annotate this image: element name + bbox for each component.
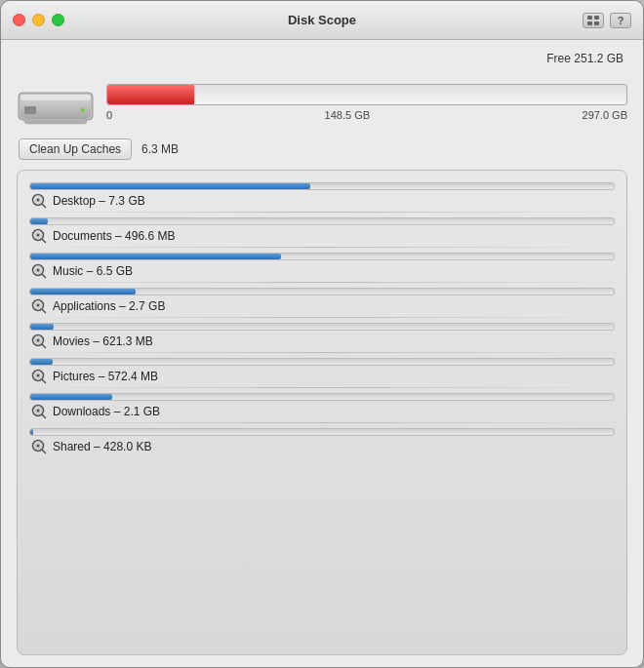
folder-search-icon (31, 228, 47, 244)
svg-point-41 (37, 445, 40, 448)
svg-rect-6 (20, 95, 91, 100)
svg-rect-9 (24, 118, 87, 124)
svg-point-29 (37, 339, 40, 342)
mac-mini-icon (17, 75, 95, 129)
item-label: Documents – 496.6 MB (53, 229, 175, 243)
item-label: Downloads – 2.1 GB (53, 405, 160, 418)
item-mini-fill (30, 359, 53, 365)
svg-point-17 (37, 234, 40, 237)
item-bar-row (29, 393, 615, 401)
label-mid: 148.5 GB (325, 109, 370, 121)
svg-point-37 (37, 410, 40, 413)
help-button[interactable]: ? (610, 13, 631, 28)
disk-progress-bar (106, 84, 627, 105)
item-bar-row (29, 253, 615, 260)
item-label: Applications – 2.7 GB (53, 299, 165, 313)
minimize-button[interactable] (32, 14, 45, 26)
item-mini-fill (30, 289, 136, 295)
titlebar-right-controls: ? (583, 13, 631, 28)
folder-search-icon (31, 439, 47, 454)
free-space-label: Free 251.2 GB (17, 52, 627, 65)
item-mini-fill (30, 183, 310, 189)
cleanup-caches-button[interactable]: Clean Up Caches (19, 138, 132, 160)
list-item[interactable]: Documents – 496.6 MB (29, 214, 615, 246)
item-mini-bar (29, 217, 615, 225)
maximize-button[interactable] (52, 14, 64, 26)
item-label: Shared – 428.0 KB (53, 440, 151, 453)
disk-row: 0 148.5 GB 297.0 GB (17, 75, 627, 129)
svg-point-8 (81, 108, 85, 112)
list-divider (29, 212, 615, 213)
list-item[interactable]: Music – 6.5 GB (29, 249, 615, 281)
svg-line-28 (42, 344, 46, 348)
folder-search-icon (31, 298, 47, 314)
main-window: Disk Scope ? Free 251.2 GB (0, 0, 644, 668)
item-label-row: Applications – 2.7 GB (29, 298, 615, 314)
item-mini-fill (30, 218, 48, 224)
list-divider (29, 352, 615, 353)
svg-line-24 (42, 309, 46, 313)
list-panel: Desktop – 7.3 GB Documents – 496.6 MB Mu… (17, 170, 627, 655)
list-item[interactable]: Applications – 2.7 GB (29, 284, 615, 316)
item-label-row: Music – 6.5 GB (29, 263, 615, 279)
list-item[interactable]: Shared – 428.0 KB (29, 424, 615, 456)
item-mini-fill (30, 324, 54, 330)
item-mini-bar (29, 358, 615, 366)
list-divider (29, 387, 615, 388)
item-mini-bar (29, 253, 615, 260)
cleanup-row: Clean Up Caches 6.3 MB (17, 138, 627, 160)
item-label-row: Downloads – 2.1 GB (29, 404, 615, 419)
traffic-lights (13, 14, 64, 26)
svg-line-16 (42, 239, 46, 243)
list-divider (29, 317, 615, 318)
item-label: Pictures – 572.4 MB (53, 370, 158, 383)
item-bar-row (29, 428, 615, 436)
list-divider (29, 282, 615, 283)
item-label: Music – 6.5 GB (53, 264, 133, 278)
folder-search-icon (31, 334, 47, 349)
list-item[interactable]: Movies – 621.3 MB (29, 319, 615, 351)
svg-line-36 (42, 414, 46, 418)
close-button[interactable] (13, 14, 25, 26)
window-title: Disk Scope (288, 13, 356, 27)
svg-rect-3 (594, 21, 599, 25)
disk-bar-section: 0 148.5 GB 297.0 GB (106, 84, 627, 121)
list-divider (29, 247, 615, 248)
svg-line-20 (42, 274, 46, 278)
grid-icon-button[interactable] (583, 13, 604, 28)
folder-search-icon (31, 404, 47, 419)
item-mini-bar (29, 182, 615, 190)
item-label-row: Shared – 428.0 KB (29, 439, 615, 454)
item-label: Desktop – 7.3 GB (53, 194, 145, 208)
label-start: 0 (106, 109, 112, 121)
svg-point-21 (37, 269, 40, 272)
svg-rect-2 (587, 21, 592, 25)
item-label-row: Pictures – 572.4 MB (29, 369, 615, 384)
item-bar-row (29, 217, 615, 225)
list-item[interactable]: Downloads – 2.1 GB (29, 389, 615, 421)
svg-rect-7 (24, 106, 36, 114)
item-mini-bar (29, 393, 615, 401)
item-mini-bar (29, 288, 615, 295)
svg-point-33 (37, 374, 40, 377)
main-content: Free 251.2 GB (1, 40, 643, 667)
svg-point-25 (37, 304, 40, 307)
svg-line-12 (42, 204, 46, 208)
svg-point-13 (37, 199, 40, 202)
cleanup-size-label: 6.3 MB (141, 142, 179, 156)
svg-rect-0 (587, 16, 592, 20)
item-mini-fill (30, 394, 112, 400)
list-item[interactable]: Pictures – 572.4 MB (29, 354, 615, 386)
folder-search-icon (31, 263, 47, 279)
titlebar: Disk Scope ? (1, 1, 643, 40)
folder-search-icon (31, 193, 47, 209)
item-mini-fill (30, 254, 281, 259)
item-label-row: Desktop – 7.3 GB (29, 193, 615, 209)
item-bar-row (29, 288, 615, 295)
list-divider (29, 422, 615, 423)
item-bar-row (29, 323, 615, 331)
disk-usage-fill (107, 85, 194, 104)
question-mark-icon: ? (618, 15, 624, 26)
item-label-row: Movies – 621.3 MB (29, 334, 615, 349)
list-item[interactable]: Desktop – 7.3 GB (29, 178, 615, 211)
